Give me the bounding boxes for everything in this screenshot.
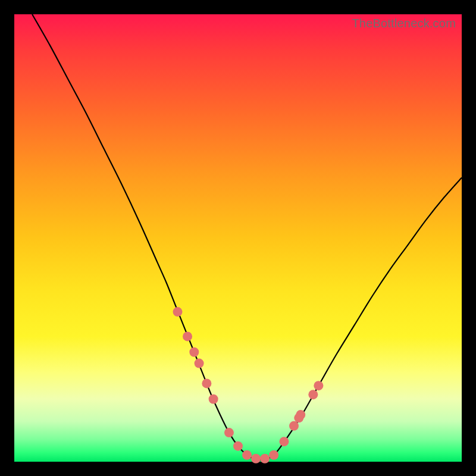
marker-dot (296, 410, 305, 419)
marker-dot (279, 437, 289, 446)
marker-dot (233, 441, 243, 451)
marker-dot (209, 394, 218, 404)
marker-dot (308, 390, 318, 399)
marker-dot (242, 450, 252, 460)
marker-dot (314, 381, 323, 390)
marker-dot (260, 454, 270, 464)
marker-dot (202, 378, 211, 388)
marker-dot (189, 347, 199, 357)
bottleneck-curve (32, 14, 462, 460)
highlight-markers (173, 307, 323, 464)
marker-dot (289, 421, 299, 431)
marker-dot (183, 331, 192, 341)
chart-area: TheBottleneck.com (14, 14, 462, 462)
marker-dot (195, 359, 204, 368)
marker-dot (269, 450, 278, 460)
marker-dot (173, 307, 182, 317)
marker-dot (251, 454, 261, 464)
marker-dot (224, 428, 234, 437)
bottleneck-plot (14, 14, 462, 462)
